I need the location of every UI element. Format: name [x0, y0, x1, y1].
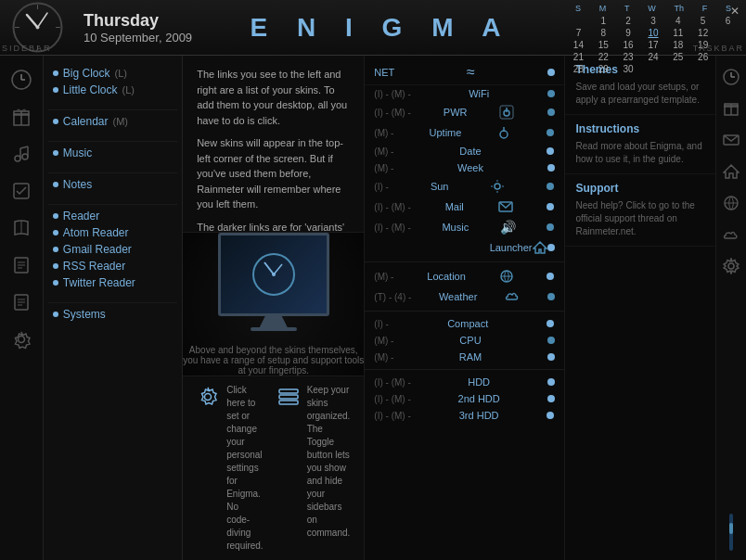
close-button[interactable]: ✕ [728, 5, 741, 18]
skin-label-little-clock[interactable]: Little Clock [63, 83, 118, 96]
sidebar-icon-book3[interactable] [6, 287, 36, 317]
svg-line-32 [274, 264, 282, 274]
skin-item-systems[interactable]: Systems [48, 306, 177, 323]
wifi-toggle[interactable] [547, 90, 555, 97]
home-icon [533, 240, 547, 255]
taskbar-label: TASKBAR [693, 44, 744, 53]
ram-label[interactable]: RAM [459, 351, 482, 363]
monitor-screen [221, 235, 327, 313]
right-icon-gear[interactable] [719, 254, 743, 278]
wifi-label[interactable]: WiFi [469, 88, 489, 99]
cpu-toggle[interactable] [547, 337, 555, 344]
hdd2-toggle[interactable] [547, 395, 555, 402]
date-label[interactable]: Date [459, 146, 481, 157]
location-label[interactable]: Location [427, 271, 466, 282]
wifi-prefix: (I) - (M) - [374, 89, 410, 99]
pwr-toggle[interactable] [547, 108, 555, 116]
uptime-toggle[interactable] [547, 129, 554, 136]
day-name: Thursday [84, 11, 192, 31]
skin-item-calendar[interactable]: Calendar (M) [48, 113, 177, 130]
sidebar-icon-gear[interactable] [6, 325, 36, 354]
scroll-indicator [729, 514, 733, 551]
skin-item-clock[interactable]: Big Clock (L) [48, 65, 177, 82]
sidebar-icon-check[interactable] [6, 176, 36, 206]
skin-item-rss-reader[interactable]: RSS Reader [48, 258, 177, 274]
skin-label-reader[interactable]: Reader [63, 210, 99, 223]
ram-toggle[interactable] [547, 353, 555, 361]
sun-icon [490, 179, 505, 194]
hdd2-label[interactable]: 2nd HDD [458, 393, 500, 404]
hdd3-label[interactable]: 3rd HDD [459, 410, 499, 421]
sidebar-icon-book2[interactable] [6, 250, 36, 280]
pwr-label[interactable]: PWR [444, 107, 468, 118]
compact-label[interactable]: Compact [447, 318, 488, 329]
skin-item-music[interactable]: Music [48, 145, 177, 161]
weather-toggle[interactable] [547, 293, 555, 300]
location-toggle[interactable] [547, 273, 554, 280]
skin-label-clock[interactable]: Big Clock [63, 67, 110, 80]
far-right-panel [715, 56, 746, 560]
skin-section-systems: Systems [48, 306, 177, 323]
sun-toggle[interactable] [547, 183, 554, 190]
right-icon-globe[interactable] [719, 191, 743, 215]
themes-desc: Save and load your setups, or apply a pr… [576, 81, 705, 107]
cpu-prefix: (M) - [374, 336, 393, 346]
right-icon-home[interactable] [719, 159, 743, 184]
uptime-label[interactable]: Uptime [430, 127, 462, 138]
music-right-label[interactable]: Music [442, 222, 469, 233]
compact-toggle[interactable] [547, 320, 554, 327]
skin-section-clock: Big Clock (L) Little Clock (L) [48, 65, 177, 98]
tool-settings[interactable]: Click here to set or change your persona… [197, 384, 263, 553]
hdd-toggle[interactable] [547, 378, 555, 386]
right-icon-gift[interactable] [719, 96, 743, 121]
date-toggle[interactable] [547, 147, 554, 155]
music-toggle[interactable] [547, 223, 554, 231]
skin-label-notes[interactable]: Notes [63, 178, 92, 191]
hdd3-toggle[interactable] [547, 412, 554, 419]
sidebar-icon-gift[interactable] [6, 102, 36, 132]
week-toggle[interactable] [547, 164, 555, 172]
skin-item-atom-reader[interactable]: Atom Reader [48, 224, 177, 241]
sidebar-icon-music[interactable] [6, 139, 36, 169]
mail-toggle[interactable] [547, 203, 554, 210]
skin-label-music[interactable]: Music [63, 146, 92, 159]
hdd-label[interactable]: HDD [468, 376, 490, 388]
skin-label-twitter-reader[interactable]: Twitter Reader [63, 276, 135, 289]
week-label[interactable]: Week [457, 162, 483, 173]
sidebar-icon-clock[interactable] [6, 65, 36, 95]
instructions-desc: Read more about Enigma, and how to use i… [576, 140, 705, 166]
skin-item-little-clock[interactable]: Little Clock (L) [48, 82, 177, 98]
right-icon-mail[interactable] [719, 128, 743, 152]
skin-item-gmail-reader[interactable]: Gmail Reader [48, 241, 177, 258]
dot-rss-reader [53, 263, 58, 269]
skin-label-calendar[interactable]: Calendar [63, 115, 109, 128]
skin-label-rss-reader[interactable]: RSS Reader [63, 260, 125, 273]
preview-area: Above and beyond the skins themselves, y… [183, 233, 364, 375]
sidebar-icon-book[interactable] [6, 213, 36, 243]
launcher-toggle[interactable] [547, 244, 555, 251]
skin-label-atom-reader[interactable]: Atom Reader [63, 226, 129, 239]
cloud-icon [505, 289, 520, 304]
weather-label[interactable]: Weather [439, 291, 477, 302]
support-section[interactable]: Support Need help? Click to go to the of… [565, 174, 716, 247]
tool-toggle-text: Keep your skins organized. The Toggle bu… [307, 384, 351, 540]
skin-label-systems[interactable]: Systems [63, 308, 106, 321]
instructions-section[interactable]: Instructions Read more about Enigma, and… [565, 115, 716, 174]
right-icon-cloud[interactable] [719, 223, 743, 247]
skin-label-gmail-reader[interactable]: Gmail Reader [63, 243, 132, 256]
skin-item-notes[interactable]: Notes [48, 176, 177, 193]
instructions-title[interactable]: Instructions [576, 122, 705, 135]
mail-label[interactable]: Mail [445, 201, 464, 212]
svg-point-29 [18, 337, 24, 343]
tool-toggle[interactable]: Keep your skins organized. The Toggle bu… [277, 384, 351, 553]
compact-prefix: (I) - [374, 319, 389, 329]
net-label[interactable]: NET [374, 67, 394, 78]
skin-item-twitter-reader[interactable]: Twitter Reader [48, 274, 177, 291]
launcher-label[interactable]: Launcher [490, 242, 533, 253]
cpu-label[interactable]: CPU [459, 335, 481, 346]
support-title[interactable]: Support [576, 182, 705, 195]
net-toggle[interactable] [547, 69, 555, 76]
sun-label[interactable]: Sun [431, 181, 449, 192]
desc-para3: The darker links are for 'variants' on t… [197, 220, 350, 234]
skin-item-reader[interactable]: Reader [48, 208, 177, 224]
